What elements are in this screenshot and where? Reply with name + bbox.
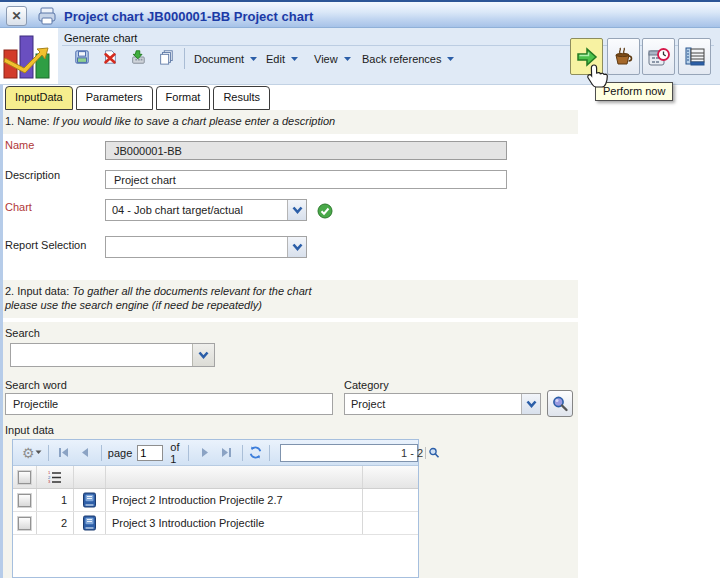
search-word-input[interactable] xyxy=(5,393,333,415)
pager-separator xyxy=(101,445,102,461)
section2-prefix: 2. Input data: xyxy=(5,285,72,297)
menu-view[interactable]: View xyxy=(314,51,352,67)
last-page-icon[interactable] xyxy=(220,447,232,458)
input-data-grid: ⚙ page of 1 xyxy=(12,439,419,578)
chevron-down-icon xyxy=(343,56,352,62)
pager-separator xyxy=(242,445,243,461)
document-icon xyxy=(82,492,97,508)
chart-select[interactable]: 04 - Job chart target/actual xyxy=(105,199,307,221)
page-of-label: of 1 xyxy=(170,441,182,465)
svg-text:3: 3 xyxy=(48,479,51,484)
prev-page-icon[interactable] xyxy=(80,447,89,458)
search-select-value xyxy=(11,344,192,366)
title-column-header xyxy=(106,466,363,488)
copy-icon[interactable] xyxy=(158,49,177,68)
save-icon[interactable] xyxy=(74,49,93,68)
table-ruler-icon xyxy=(683,45,707,69)
check-circle-icon xyxy=(317,203,333,221)
chevron-down-icon xyxy=(290,56,299,62)
description-field[interactable] xyxy=(105,170,507,189)
extra-column-header xyxy=(363,466,418,488)
tab-format[interactable]: Format xyxy=(156,86,211,110)
chevron-down-icon xyxy=(35,450,42,455)
chart-select-value: 04 - Job chart target/actual xyxy=(106,200,287,220)
pager-separator xyxy=(269,445,270,461)
pager-separator xyxy=(48,445,49,461)
row-number: 1 xyxy=(37,489,74,511)
table-row[interactable]: 2 Project 3 Introduction Projectile xyxy=(13,512,418,535)
grid-range-input[interactable] xyxy=(281,446,425,460)
import-icon[interactable] xyxy=(130,49,149,68)
toolbar-separator xyxy=(184,48,185,69)
close-icon[interactable]: ✕ xyxy=(6,6,27,26)
title-bar: ✕ Project chart JB000001-BB Project char… xyxy=(0,0,720,28)
menu-edit[interactable]: Edit xyxy=(266,51,299,67)
row-checkbox[interactable] xyxy=(18,494,31,507)
search-select[interactable] xyxy=(10,343,215,367)
refresh-icon[interactable] xyxy=(248,445,263,460)
app-logo-chart-icon xyxy=(0,28,58,84)
row-title[interactable]: Project 2 Introduction Projectile 2.7 xyxy=(106,489,363,511)
page-number-input[interactable] xyxy=(137,445,163,461)
category-label: Category xyxy=(344,379,389,391)
menu-back-references-label: Back references xyxy=(362,53,441,65)
page-label: page xyxy=(108,447,132,459)
icon-column-header xyxy=(74,466,106,488)
table-row[interactable]: 1 Project 2 Introduction Projectile 2.7 xyxy=(13,489,418,512)
chevron-down-icon[interactable] xyxy=(521,394,540,414)
grid-header-row: 1 2 3 xyxy=(13,466,418,489)
chart-label: Chart xyxy=(5,201,32,213)
chevron-down-icon[interactable] xyxy=(192,344,214,366)
calendar-clock-icon xyxy=(647,45,671,69)
section1-prefix: 1. Name: xyxy=(5,115,53,127)
document-icon xyxy=(82,515,97,531)
input-data-label: Input data xyxy=(5,424,54,436)
gear-icon: ⚙ xyxy=(22,445,35,461)
delete-document-icon[interactable] xyxy=(102,49,121,68)
toolbar-group-label: Generate chart xyxy=(64,32,137,44)
grid-actions-menu[interactable]: ⚙ xyxy=(22,445,42,461)
menu-document[interactable]: Document xyxy=(194,51,258,67)
row-extra-cell xyxy=(363,512,418,534)
menu-back-references[interactable]: Back references xyxy=(362,51,455,67)
row-title[interactable]: Project 3 Introduction Projectile xyxy=(106,512,363,534)
menu-view-label: View xyxy=(314,53,338,65)
run-search-button[interactable] xyxy=(547,390,573,417)
tab-strip: InputData Parameters Format Results xyxy=(5,86,270,110)
report-selection-value xyxy=(106,237,287,257)
report-button[interactable] xyxy=(678,38,711,75)
menu-edit-label: Edit xyxy=(266,53,285,65)
category-select-value: Project xyxy=(345,394,521,414)
section2-note1: To gather all the documents relevant for… xyxy=(72,285,311,297)
tab-parameters[interactable]: Parameters xyxy=(76,86,153,110)
schedule-button[interactable] xyxy=(642,38,675,75)
report-selection-select[interactable] xyxy=(105,236,307,258)
chevron-down-icon xyxy=(249,56,258,62)
report-selection-label: Report Selection xyxy=(5,239,86,251)
coffee-break-button[interactable] xyxy=(607,38,640,75)
page-title: Project chart JB000001-BB Project chart xyxy=(64,9,313,24)
search-label: Search xyxy=(5,327,40,339)
grid-quick-search[interactable] xyxy=(280,444,418,462)
search-icon xyxy=(551,395,569,413)
row-checkbox[interactable] xyxy=(18,517,31,530)
next-page-icon[interactable] xyxy=(201,447,210,458)
tab-results[interactable]: Results xyxy=(213,86,270,110)
chevron-down-icon[interactable] xyxy=(287,200,306,220)
section-inputdata-heading: 2. Input data: To gather all the documen… xyxy=(3,280,578,318)
menu-document-label: Document xyxy=(194,53,244,65)
search-word-label: Search word xyxy=(5,379,67,391)
tab-inputdata[interactable]: InputData xyxy=(5,86,73,110)
row-number: 2 xyxy=(37,512,74,534)
first-page-icon[interactable] xyxy=(58,447,70,458)
grid-pager-toolbar: ⚙ page of 1 xyxy=(13,440,418,466)
search-icon[interactable] xyxy=(425,447,442,459)
chevron-down-icon[interactable] xyxy=(287,237,306,257)
coffee-cup-icon xyxy=(612,45,636,69)
section-name-heading: 1. Name: If you would like to save a cha… xyxy=(3,110,578,134)
name-label: Name xyxy=(5,139,34,151)
mouse-cursor-icon xyxy=(586,64,608,92)
print-icon[interactable] xyxy=(36,5,58,29)
select-all-checkbox[interactable] xyxy=(18,471,31,484)
category-select[interactable]: Project xyxy=(344,393,541,415)
